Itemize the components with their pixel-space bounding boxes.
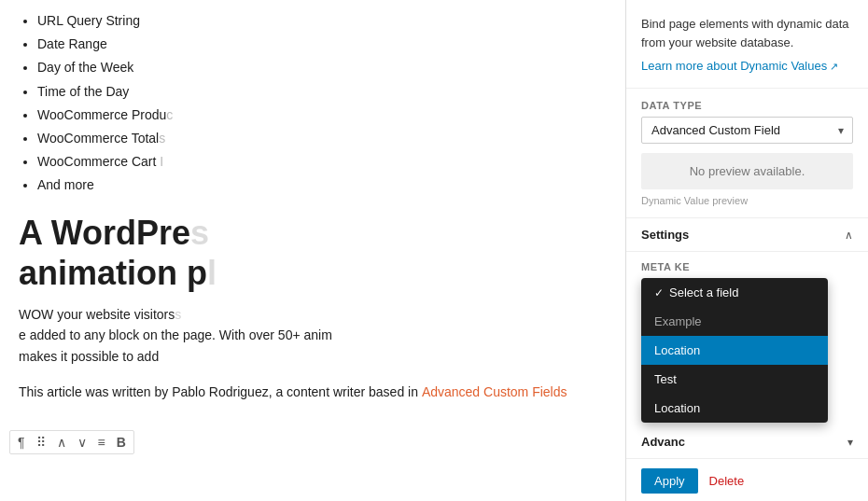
data-type-label: DATA TYPE [641,100,853,111]
panel-description: Bind page elements with dynamic data fro… [641,15,853,51]
dropdown-item-label: Location [654,401,700,415]
list-item: And more [37,174,607,197]
paragraph-icon[interactable]: ¶ [18,435,25,450]
field-dropdown-menu[interactable]: ✓ Select a field Example Location Test L… [641,278,828,423]
dropdown-item-location-2[interactable]: Location [641,394,828,423]
hero-title: A WordPres animation pl [19,213,607,293]
meta-key-label: META KE [641,261,853,272]
list-item: URL Query String [37,9,607,33]
settings-title: Settings [641,228,689,242]
chevron-down-icon: ▾ [847,436,853,449]
page-wrapper: URL Query String Date Range Day of the W… [0,0,868,501]
left-content: URL Query String Date Range Day of the W… [0,0,625,501]
chevron-up-icon: ∧ [845,229,853,242]
bold-icon[interactable]: B [117,435,126,450]
list-item: WooCommerce Cart I [37,150,607,174]
feature-list: URL Query String Date Range Day of the W… [19,9,607,198]
dropdown-item-label: Example [654,314,702,328]
advanced-header[interactable]: Advanc ▾ [641,435,853,449]
list-item: Time of the Day [37,80,607,104]
data-type-select-wrapper: Advanced Custom Field ▾ [641,117,853,144]
list-item: Date Range [37,33,607,56]
data-type-select[interactable]: Advanced Custom Field [641,117,853,144]
list-item: WooCommerce Produc [37,104,607,127]
footer-text: This article was written by Pablo Rodrig… [19,382,607,402]
align-icon[interactable]: ≡ [98,435,105,450]
delete-button[interactable]: Delete [706,468,749,494]
data-type-section: DATA TYPE Advanced Custom Field ▾ No pre… [626,89,868,218]
move-up-icon[interactable]: ∧ [57,435,66,450]
dropdown-item-example[interactable]: Example [641,307,828,336]
move-down-icon[interactable]: ∨ [77,435,87,450]
right-panel: Bind page elements with dynamic data fro… [625,0,868,501]
check-icon: ✓ [654,286,664,299]
body-text: WOW your website visitorss e added to an… [19,304,607,367]
drag-icon[interactable]: ⠿ [36,435,46,450]
preview-text: No preview available. [652,164,842,178]
action-buttons: Apply Delete [626,459,868,501]
dropdown-item-select-field[interactable]: ✓ Select a field [641,278,828,307]
dropdown-item-label: Test [654,372,677,386]
meta-key-section: META KE ✓ Select a field Example Locatio… [626,252,868,276]
list-item: Day of the Week [37,56,607,79]
learn-more-link[interactable]: Learn more about Dynamic Values [641,59,838,73]
acf-link[interactable]: Advanced Custom Fields [422,384,567,399]
dropdown-item-test[interactable]: Test [641,365,828,394]
advanced-title: Advanc [641,435,685,449]
settings-header[interactable]: Settings ∧ [641,228,853,242]
dropdown-item-label: Select a field [669,285,738,299]
settings-section: Settings ∧ [626,218,868,252]
dropdown-item-label: Location [654,343,700,357]
list-item: WooCommerce Totals [37,127,607,150]
preview-label: Dynamic Value preview [641,195,853,206]
block-toolbar: ¶ ⠿ ∧ ∨ ≡ B [9,430,134,454]
dropdown-item-location-1[interactable]: Location [641,336,828,365]
panel-top: Bind page elements with dynamic data fro… [626,0,868,89]
apply-button[interactable]: Apply [641,468,698,494]
preview-box: No preview available. [641,153,853,189]
advanced-section: Advanc ▾ [626,425,868,459]
